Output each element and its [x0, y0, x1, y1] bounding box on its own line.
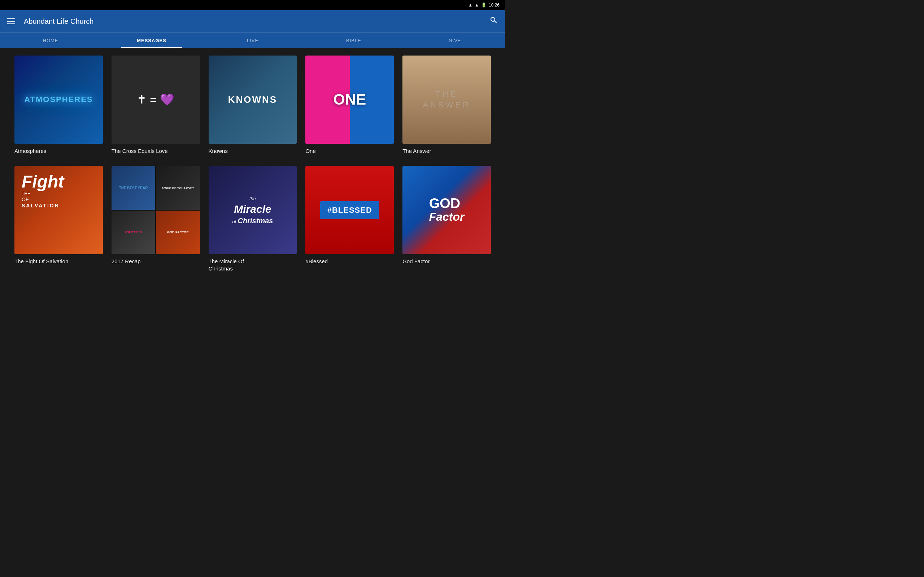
- tab-live[interactable]: LIVE: [202, 33, 303, 48]
- signal-icon: ▲: [475, 3, 479, 8]
- 2017-recap-title: 2017 Recap: [111, 258, 200, 265]
- status-icons: ▲ ▲ 🔋 10:26: [468, 3, 499, 8]
- card-fight-of-salvation[interactable]: Fight THE OF SALVATION The Fight Of Salv…: [15, 166, 103, 272]
- atmospheres-title: Atmospheres: [15, 148, 103, 155]
- miracle-thumb-text: the Miracle of Christmas: [233, 195, 273, 226]
- tab-give[interactable]: GIVE: [404, 33, 505, 48]
- card-blessed[interactable]: #BLESSED #Blessed: [305, 166, 394, 272]
- card-one[interactable]: ONE One: [305, 56, 394, 154]
- the-answer-thumb-text: THEANSWER: [423, 89, 471, 111]
- series-grid-row-1: ATMOSPHERES Atmospheres ✝ = 💜 The Cross …: [15, 56, 491, 154]
- god-factor-title: God Factor: [402, 258, 491, 265]
- recap-cell-3: #BLESSED: [111, 211, 155, 254]
- one-title: One: [305, 148, 394, 155]
- recap-cell-4: GOD FACTOR: [156, 211, 200, 254]
- search-button[interactable]: [489, 16, 498, 27]
- recap-cell-2: $ WHO DO YOU LOVE?: [156, 166, 200, 210]
- battery-icon: 🔋: [481, 3, 486, 8]
- recap-cell-1: THE BEST YEAR: [111, 166, 155, 210]
- content-area: ATMOSPHERES Atmospheres ✝ = 💜 The Cross …: [0, 48, 505, 291]
- the-answer-title: The Answer: [402, 148, 491, 155]
- hamburger-menu[interactable]: [7, 18, 15, 24]
- card-miracle-of-christmas[interactable]: the Miracle of Christmas The Miracle OfC…: [208, 166, 297, 272]
- card-god-factor[interactable]: GOD Factor God Factor: [402, 166, 491, 272]
- series-grid-row-2: Fight THE OF SALVATION The Fight Of Salv…: [15, 166, 491, 272]
- tab-messages[interactable]: MESSAGES: [101, 33, 202, 48]
- wifi-icon: ▲: [468, 3, 472, 8]
- fight-of-salvation-title: The Fight Of Salvation: [15, 258, 103, 265]
- blessed-thumb-text: #BLESSED: [320, 201, 380, 219]
- god-factor-thumb-text: GOD Factor: [429, 197, 465, 224]
- fight-thumb-text: Fight THE OF SALVATION: [22, 173, 64, 208]
- card-knowns[interactable]: KNOWNS Knowns: [208, 56, 297, 154]
- knowns-title: Knowns: [208, 148, 297, 155]
- card-cross-equals-love[interactable]: ✝ = 💜 The Cross Equals Love: [111, 56, 200, 154]
- one-thumb-text: ONE: [333, 91, 366, 108]
- clock: 10:26: [489, 3, 499, 8]
- card-the-answer[interactable]: THEANSWER The Answer: [402, 56, 491, 154]
- knowns-thumb-text: KNOWNS: [228, 94, 277, 105]
- cross-equals-love-thumb-text: ✝ = 💜: [137, 93, 174, 106]
- card-atmospheres[interactable]: ATMOSPHERES Atmospheres: [15, 56, 103, 154]
- miracle-of-christmas-title: The Miracle OfChristmas: [208, 258, 297, 272]
- atmospheres-thumb-text: ATMOSPHERES: [24, 95, 93, 104]
- blessed-title: #Blessed: [305, 258, 394, 265]
- nav-tabs: HOME MESSAGES LIVE BIBLE GIVE: [0, 32, 505, 48]
- app-bar: Abundant Life Church: [0, 10, 505, 32]
- tab-home[interactable]: HOME: [0, 33, 101, 48]
- tab-bible[interactable]: BIBLE: [303, 33, 404, 48]
- app-bar-left: Abundant Life Church: [7, 17, 94, 26]
- app-title: Abundant Life Church: [24, 17, 94, 26]
- card-2017-recap[interactable]: THE BEST YEAR $ WHO DO YOU LOVE? #BLESSE…: [111, 166, 200, 272]
- cross-equals-love-title: The Cross Equals Love: [111, 148, 200, 155]
- status-bar: ▲ ▲ 🔋 10:26: [0, 0, 505, 10]
